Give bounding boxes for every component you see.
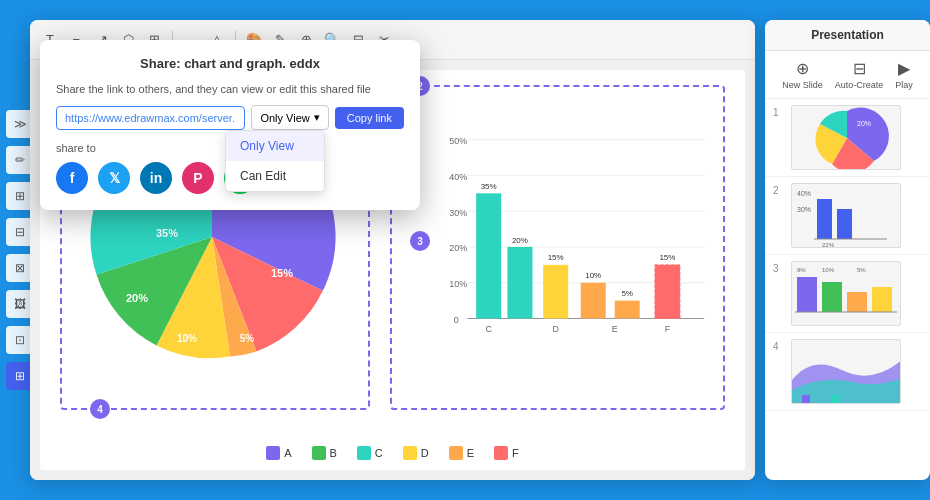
svg-text:15%: 15%	[271, 267, 293, 279]
auto-create-button[interactable]: ⊟ Auto-Create	[835, 59, 884, 90]
slide-thumb-4	[791, 339, 901, 404]
svg-text:22%: 22%	[822, 242, 835, 248]
svg-text:10%: 10%	[177, 333, 197, 344]
legend-label-a: A	[284, 447, 291, 459]
slide-thumb-2: 40% 30% 22%	[791, 183, 901, 248]
legend-label-d: D	[421, 447, 429, 459]
svg-rect-50	[832, 395, 840, 403]
legend-label-b: B	[330, 447, 337, 459]
legend-item-d: D	[403, 446, 429, 460]
chevron-down-icon: ▾	[314, 111, 320, 124]
panel-toolbar: ⊕ New Slide ⊟ Auto-Create ▶ Play	[765, 51, 930, 99]
legend-color-e	[449, 446, 463, 460]
legend-color-b	[312, 446, 326, 460]
legend-color-f	[494, 446, 508, 460]
svg-rect-18	[476, 193, 501, 318]
slide-number-4: 4	[773, 341, 785, 352]
svg-text:20%: 20%	[449, 243, 467, 253]
svg-text:5%: 5%	[240, 333, 255, 344]
linkedin-share-button[interactable]: in	[140, 162, 172, 194]
twitter-share-button[interactable]: 𝕏	[98, 162, 130, 194]
slide-item-4[interactable]: 4	[765, 333, 930, 411]
legend-color-a	[266, 446, 280, 460]
svg-text:5%: 5%	[621, 289, 633, 298]
legend-label-e: E	[467, 447, 474, 459]
svg-text:20%: 20%	[126, 292, 148, 304]
dropdown-option-only-view[interactable]: Only View	[226, 131, 324, 161]
slide-1-preview: 20%	[792, 106, 901, 170]
copy-link-button[interactable]: Copy link	[335, 107, 404, 129]
right-panel: Presentation ⊕ New Slide ⊟ Auto-Create ▶…	[765, 20, 930, 480]
slide-number-2: 2	[773, 185, 785, 196]
svg-text:D: D	[552, 324, 559, 334]
dialog-description: Share the link to others, and they can v…	[56, 83, 404, 95]
link-row: Only View ▾ Copy link	[56, 105, 404, 130]
svg-text:35%: 35%	[156, 227, 178, 239]
svg-rect-24	[581, 283, 606, 319]
svg-text:10%: 10%	[822, 267, 835, 273]
legend-area: A B C D E	[60, 446, 725, 460]
svg-text:5%: 5%	[857, 267, 866, 273]
svg-text:15%: 15%	[548, 253, 564, 262]
svg-text:F: F	[665, 324, 671, 334]
svg-text:50%: 50%	[449, 136, 467, 146]
play-icon: ▶	[898, 59, 910, 78]
legend-item-c: C	[357, 446, 383, 460]
panel-title: Presentation	[765, 20, 930, 51]
legend-item-f: F	[494, 446, 519, 460]
view-mode-dropdown[interactable]: Only View ▾	[251, 105, 328, 130]
bar-chart-container: 2 3 50% 40% 30% 20% 10% 0	[390, 85, 725, 410]
play-button[interactable]: ▶ Play	[895, 59, 913, 90]
slide-4-preview	[792, 340, 901, 404]
dropdown-option-can-edit[interactable]: Can Edit	[226, 161, 324, 191]
pinterest-share-button[interactable]: P	[182, 162, 214, 194]
slide-item-1[interactable]: 1 20%	[765, 99, 930, 177]
svg-text:0: 0	[454, 315, 459, 325]
new-slide-button[interactable]: ⊕ New Slide	[782, 59, 823, 90]
svg-text:40%: 40%	[449, 172, 467, 182]
svg-text:40%: 40%	[797, 190, 811, 197]
legend-label-f: F	[512, 447, 519, 459]
new-slide-icon: ⊕	[796, 59, 809, 78]
svg-text:10%: 10%	[585, 271, 601, 280]
svg-rect-38	[837, 209, 852, 239]
svg-text:9%: 9%	[797, 267, 806, 273]
svg-text:35%: 35%	[481, 182, 497, 191]
pie-chart-badge-4: 4	[90, 399, 110, 419]
slide-number-1: 1	[773, 107, 785, 118]
svg-text:C: C	[485, 324, 492, 334]
view-mode-dropdown-menu: Only View Can Edit	[225, 130, 325, 192]
svg-text:20%: 20%	[857, 120, 871, 127]
svg-rect-49	[802, 395, 810, 403]
slide-3-preview: 9% 10% 5%	[792, 262, 901, 326]
svg-rect-44	[797, 277, 817, 312]
legend-color-d	[403, 446, 417, 460]
slide-list: 1 20% 2 40% 30%	[765, 99, 930, 479]
slide-item-2[interactable]: 2 40% 30% 22%	[765, 177, 930, 255]
legend-item-e: E	[449, 446, 474, 460]
svg-rect-20	[507, 247, 532, 319]
facebook-share-button[interactable]: f	[56, 162, 88, 194]
legend-item-a: A	[266, 446, 291, 460]
legend-color-c	[357, 446, 371, 460]
svg-text:10%: 10%	[449, 279, 467, 289]
dropdown-selected-label: Only View	[260, 112, 309, 124]
slide-item-3[interactable]: 3 9% 10% 5%	[765, 255, 930, 333]
svg-text:30%: 30%	[449, 208, 467, 218]
bar-chart-svg: 50% 40% 30% 20% 10% 0 35%	[392, 87, 723, 408]
svg-rect-45	[822, 282, 842, 312]
legend-label-c: C	[375, 447, 383, 459]
slide-thumb-1: 20%	[791, 105, 901, 170]
play-label: Play	[895, 80, 913, 90]
slide-number-3: 3	[773, 263, 785, 274]
new-slide-label: New Slide	[782, 80, 823, 90]
svg-rect-22	[543, 265, 568, 319]
svg-rect-28	[655, 265, 680, 319]
svg-rect-47	[872, 287, 892, 312]
share-link-input[interactable]	[56, 106, 245, 130]
slide-thumb-3: 9% 10% 5%	[791, 261, 901, 326]
svg-text:30%: 30%	[797, 206, 811, 213]
auto-create-label: Auto-Create	[835, 80, 884, 90]
svg-rect-26	[615, 301, 640, 319]
legend-item-b: B	[312, 446, 337, 460]
